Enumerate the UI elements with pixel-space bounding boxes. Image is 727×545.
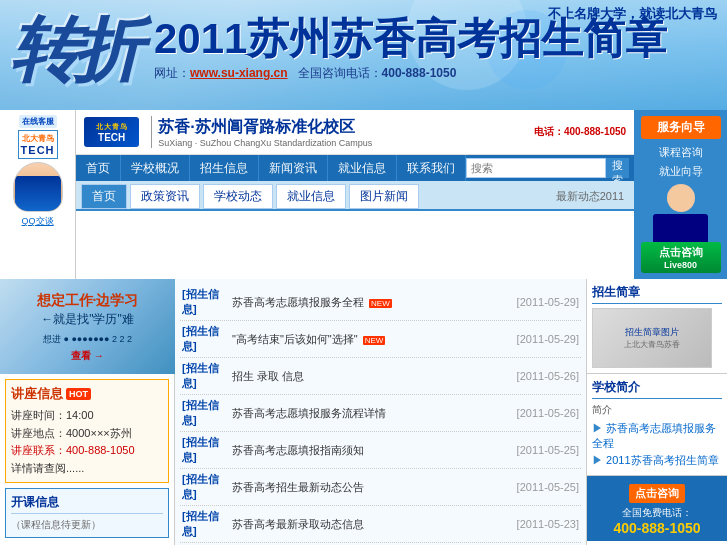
tabs-row: 首页 政策资讯 学校动态 就业信息 图片新闻 最新动态2011 xyxy=(76,181,634,211)
right-link1[interactable]: 苏香高考志愿填报服务全程 xyxy=(592,421,722,451)
banner: 不上名牌大学，就读北大青鸟 转折 2011苏州苏香高考招生简章 网址：www.s… xyxy=(0,0,727,110)
right-consult-phone: 400-888-1050 xyxy=(592,520,722,536)
school-name-block: 苏香·苏州阊胥路标准化校区 SuXiang · SuZhou ChangXu S… xyxy=(158,117,372,148)
news-title[interactable]: 苏香高考志愿填报服务流程详情 xyxy=(232,406,504,421)
right-consult-button[interactable]: 点击咨询 xyxy=(629,484,685,503)
left-banner-sub: 想进 ● ●●●●●●● 2 2 2 xyxy=(37,333,139,346)
nav-enrollment[interactable]: 招生信息 xyxy=(190,155,259,181)
nav-contact[interactable]: 联系我们 xyxy=(397,155,466,181)
right-section2-title: 学校简介 xyxy=(592,379,722,399)
right-image1: 招生简章图片 上北大青鸟苏香 xyxy=(592,308,712,368)
right-section1-title: 招生简章 xyxy=(592,284,722,304)
news-title[interactable]: "高考结束"后该如何"选择" NEW xyxy=(232,332,504,347)
news-item: [招生信息] 招生 录取 信息 [2011-05-26] xyxy=(180,358,581,395)
header-inner: 北大青鸟 TECH 苏香·苏州阊胥路标准化校区 SuXiang · SuZhou… xyxy=(76,110,634,279)
school-title-row: 北大青鸟 TECH 苏香·苏州阊胥路标准化校区 SuXiang · SuZhou… xyxy=(76,110,634,155)
divider xyxy=(151,116,152,148)
right-section-enrollment: 招生简章 招生简章图片 上北大青鸟苏香 xyxy=(587,279,727,374)
header: 在线客服 北大青鸟 TECH QQ交谈 北大青鸟 TECH 苏香·苏州阊胥路标准… xyxy=(0,110,727,279)
news-item: [招生信息] 苏香高考志愿填报指南须知 [2011-05-25] xyxy=(180,432,581,469)
service-panel: 服务向导 课程咨询 就业向导 点击咨询 Live800 xyxy=(634,110,727,279)
news-title[interactable]: 招生 录取 信息 xyxy=(232,369,504,384)
news-category: [招生信息] xyxy=(182,287,232,317)
news-item: [招生信息] 苏香高考志愿填报服务全程 NEW [2011-05-29] xyxy=(180,284,581,321)
news-category: [招生信息] xyxy=(182,472,232,502)
news-category: [招生信息] xyxy=(182,361,232,391)
middle-column: [招生信息] 苏香高考志愿填报服务全程 NEW [2011-05-29] [招生… xyxy=(175,279,587,545)
right-section-intro: 学校简介 简介 苏香高考志愿填报服务全程 2011苏香高考招生简章 xyxy=(587,374,727,476)
nav-news[interactable]: 新闻资讯 xyxy=(259,155,328,181)
news-date: [2011-05-29] xyxy=(504,296,579,308)
news-title[interactable]: 苏香高考招生最新动态公告 xyxy=(232,480,504,495)
logo-line1: 北大青鸟 xyxy=(22,133,54,144)
right-consult-subtitle: 全国免费电话： xyxy=(592,506,722,520)
left-banner-image: 想定工作·边学习 ←就是找"学历"难 想进 ● ●●●●●●● 2 2 2 查看… xyxy=(0,279,175,374)
news-title[interactable]: 苏香高考志愿填报服务全程 NEW xyxy=(232,295,504,310)
hot-info-box: 讲座信息 HOT 讲座时间：14:00 讲座地点：4000×××苏州 讲座联系：… xyxy=(5,379,169,483)
logo-chinese: 北大青鸟 xyxy=(96,122,128,132)
logo-english: TECH xyxy=(98,132,125,143)
open-info-content: （课程信息待更新） xyxy=(11,518,163,532)
avatar xyxy=(13,162,63,212)
online-service-label: 在线客服 xyxy=(19,115,57,128)
news-date: [2011-05-23] xyxy=(504,518,579,530)
right-link2[interactable]: 2011苏香高考招生简章 xyxy=(592,453,722,468)
read-more-btn[interactable]: 查看 → xyxy=(37,349,139,363)
open-info-title: 开课信息 xyxy=(11,494,163,514)
news-title[interactable]: 苏香高考最新录取动态信息 xyxy=(232,517,504,532)
news-item: [招生信息] 苏香高考志愿填报服务流程详情 [2011-05-26] xyxy=(180,395,581,432)
banner-title: 2011苏州苏香高考招生简章 xyxy=(154,18,667,60)
left-column: 想定工作·边学习 ←就是找"学历"难 想进 ● ●●●●●●● 2 2 2 查看… xyxy=(0,279,175,545)
right-section2-sub: 简介 xyxy=(592,403,722,417)
nav-employment[interactable]: 就业信息 xyxy=(328,155,397,181)
hot-content: 讲座时间：14:00 讲座地点：4000×××苏州 讲座联系：400-888-1… xyxy=(11,407,163,477)
school-name-cn: 苏香·苏州阊胥路标准化校区 xyxy=(158,117,372,138)
service-title[interactable]: 服务向导 xyxy=(641,116,721,139)
consult-button[interactable]: 点击咨询 Live800 xyxy=(641,242,721,273)
tab-school-news[interactable]: 学校动态 xyxy=(203,184,273,209)
news-item: [招生信息] "高考结束"后该如何"选择" NEW [2011-05-29] xyxy=(180,321,581,358)
header-contact: 电话：400-888-1050 xyxy=(534,125,626,139)
logo-area: 北大青鸟 TECH xyxy=(18,130,58,159)
right-consult-section: 点击咨询 全国免费电话： 400-888-1050 xyxy=(587,476,727,541)
tab-photo[interactable]: 图片新闻 xyxy=(349,184,419,209)
header-left: 在线客服 北大青鸟 TECH QQ交谈 xyxy=(0,110,76,279)
news-category: [招生信息] xyxy=(182,509,232,539)
news-category: [招生信息] xyxy=(182,435,232,465)
news-date: [2011-05-29] xyxy=(504,333,579,345)
nav-about[interactable]: 学校概况 xyxy=(121,155,190,181)
left-banner-text2: ←就是找"学历"难 xyxy=(37,311,139,328)
banner-zhuanzhe: 转折 xyxy=(10,15,134,85)
news-label: 最新动态2011 xyxy=(556,189,629,204)
nav-bar: 首页 学校概况 招生信息 新闻资讯 就业信息 联系我们 搜索 xyxy=(76,155,634,181)
search-button[interactable]: 搜索 xyxy=(606,158,629,178)
left-banner-text1: 想定工作·边学习 xyxy=(37,290,139,311)
course-consult-link[interactable]: 课程咨询 xyxy=(659,145,703,160)
right-links-section: 友情链接 创元科技园 ▶ xyxy=(587,541,727,545)
search-input[interactable] xyxy=(466,158,606,178)
open-info-box: 开课信息 （课程信息待更新） xyxy=(5,488,169,538)
news-item: [招生信息] 苏香高考招生最新动态公告 [2011-05-25] xyxy=(180,469,581,506)
news-date: [2011-05-25] xyxy=(504,444,579,456)
news-date: [2011-05-25] xyxy=(504,481,579,493)
logo-line2: TECH xyxy=(21,144,55,156)
news-category: [招生信息] xyxy=(182,398,232,428)
nav-home[interactable]: 首页 xyxy=(76,155,121,181)
news-item: [招生信息] 苏香高考最新录取动态信息 [2011-05-23] xyxy=(180,506,581,543)
header-phone: 电话：400-888-1050 xyxy=(534,125,626,139)
hot-badge: HOT xyxy=(66,388,91,400)
news-title[interactable]: 苏香高考志愿填报指南须知 xyxy=(232,443,504,458)
tab-employment[interactable]: 就业信息 xyxy=(276,184,346,209)
qq-link[interactable]: QQ交谈 xyxy=(22,215,54,228)
hot-title: 讲座信息 HOT xyxy=(11,385,163,403)
main-content: 想定工作·边学习 ←就是找"学历"难 想进 ● ●●●●●●● 2 2 2 查看… xyxy=(0,279,727,545)
char-figure xyxy=(648,184,713,239)
school-name-en: SuXiang · SuZhou ChangXu Standardization… xyxy=(158,138,372,148)
banner-website: 网址：www.su-xiang.cn 全国咨询电话：400-888-1050 xyxy=(154,65,667,82)
employment-link[interactable]: 就业向导 xyxy=(659,164,703,179)
school-logo-badge: 北大青鸟 TECH xyxy=(84,117,139,147)
tab-policy[interactable]: 政策资讯 xyxy=(130,184,200,209)
news-date: [2011-05-26] xyxy=(504,370,579,382)
tab-home[interactable]: 首页 xyxy=(81,184,127,209)
news-date: [2011-05-26] xyxy=(504,407,579,419)
